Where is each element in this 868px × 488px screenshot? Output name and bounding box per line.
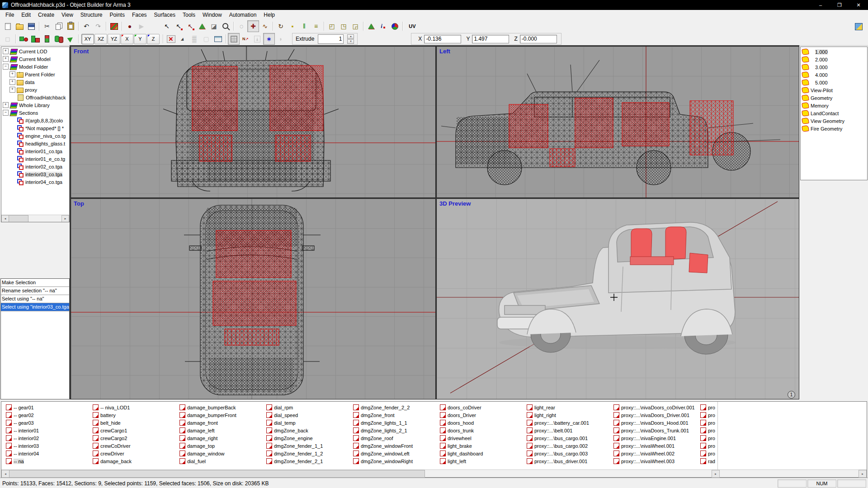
extrude-input[interactable] (318, 34, 344, 44)
tree-item[interactable]: headlights_glass.t (1, 140, 69, 147)
selection-item[interactable]: damage_left (179, 427, 266, 434)
expand-toggle[interactable]: − (3, 110, 9, 116)
maximize-button[interactable]: ❐ (830, 0, 849, 10)
selection-item[interactable]: dmgZone_front (353, 411, 440, 419)
animation-button[interactable] (251, 33, 263, 45)
select-object-button[interactable]: ↖ (161, 20, 173, 32)
selection-item[interactable]: pro (700, 419, 717, 427)
toolbar-button[interactable] (104, 20, 108, 32)
tree-item[interactable]: interior04_co.tga (1, 178, 69, 186)
uv-editor-button[interactable]: UV (405, 20, 420, 32)
redo-button[interactable]: ↷ (92, 20, 104, 32)
selection-item[interactable]: pro (700, 450, 717, 457)
selection-item[interactable]: doors_hood (440, 419, 527, 427)
selection-item[interactable]: light_right (527, 411, 613, 419)
selection-item[interactable]: pro (700, 427, 717, 434)
selection-item[interactable]: -- gear03 (6, 419, 93, 427)
selection-item[interactable]: dial_fuel (179, 457, 266, 465)
selection-item[interactable]: damage_bumperFront (179, 411, 266, 419)
move-button[interactable]: ✚ (247, 20, 259, 32)
toolbar-button[interactable] (322, 20, 326, 32)
menu-item[interactable]: File (2, 10, 18, 20)
toolbar-button[interactable] (361, 20, 365, 32)
tree-item[interactable]: +Current Model (1, 55, 69, 63)
selection-item[interactable]: rad (700, 457, 717, 465)
vertex-button[interactable]: ▪ (287, 20, 298, 32)
selection-item[interactable]: dmgZone_windowFront (353, 442, 440, 450)
selection-item[interactable]: dmgZone_back (266, 427, 353, 434)
selection-item[interactable]: pro (700, 411, 717, 419)
toolbar-button[interactable] (120, 20, 124, 32)
expand-toggle[interactable]: + (9, 71, 15, 77)
tree-item[interactable]: interior03_co.tga (1, 170, 69, 178)
selection-item[interactable]: proxy::...\nivaDoors_coDriver.001 (613, 404, 700, 411)
toolbar-button[interactable] (76, 33, 80, 45)
selection-item[interactable]: dmgZone_fender_1_2 (266, 450, 353, 457)
tree-item[interactable]: OffroadHatchback (1, 94, 69, 101)
selection-item[interactable]: battery (93, 411, 179, 419)
selection-item[interactable]: crewCargo1 (93, 427, 179, 434)
axis-x-button[interactable]: X (121, 34, 133, 44)
selection-item[interactable]: dmgZone_fender_1_1 (266, 442, 353, 450)
hide-selection-button[interactable] (165, 33, 177, 45)
tree-item[interactable]: +data (1, 78, 69, 86)
box-rotate-button[interactable]: ◳ (338, 20, 349, 32)
selection-item[interactable]: light_left (440, 457, 527, 465)
toolbar-button[interactable] (76, 20, 80, 32)
bulldozer-button[interactable] (853, 21, 864, 33)
lod-item[interactable]: 2.000 (801, 56, 867, 63)
properties-button[interactable] (212, 33, 224, 45)
menu-item[interactable]: Window (199, 10, 226, 20)
selection-item[interactable]: -- interior03 (6, 442, 93, 450)
create-bars-button[interactable] (29, 33, 41, 45)
create-point-button[interactable] (18, 33, 29, 45)
selection-item[interactable]: crewDriver (93, 450, 179, 457)
expand-toggle[interactable]: − (3, 64, 9, 70)
normals-button[interactable] (240, 33, 251, 45)
selection-item[interactable]: -- interior01 (6, 427, 93, 434)
selection-item[interactable]: proxy::...\belt.001 (527, 427, 613, 434)
open-button[interactable] (14, 20, 25, 32)
preview-badge[interactable]: 1 (788, 391, 795, 399)
play-button[interactable]: ▶ (136, 20, 147, 32)
selection-item[interactable]: light_rear (527, 404, 613, 411)
selection-item[interactable]: light_dashboard (440, 450, 527, 457)
colorize-button[interactable] (389, 20, 401, 32)
selection-item[interactable]: -- gear02 (6, 411, 93, 419)
selection-item[interactable]: proxy::...\battery_car.001 (527, 419, 613, 427)
selection-item[interactable]: dmgZone_windowLeft (353, 450, 440, 457)
menu-item[interactable]: Tools (179, 10, 199, 20)
toolbar-button[interactable] (401, 20, 405, 32)
toolbar-button[interactable] (14, 33, 18, 45)
lod-item[interactable]: 3.000 (801, 63, 867, 71)
lod-item[interactable]: Fire Geometry (801, 125, 867, 132)
tree-item[interactable]: +proxy (1, 86, 69, 94)
selection-item[interactable]: damage_top (179, 442, 266, 450)
scroll-right-button[interactable]: ▸ (712, 470, 720, 478)
soft-path-button[interactable]: ∿ (259, 20, 271, 32)
selection-action-item[interactable]: Rename selection "-- na" (1, 287, 69, 295)
selection-item[interactable]: pro (700, 404, 717, 411)
selection-item[interactable]: dmgZone_fender_2_1 (266, 457, 353, 465)
toolbar-button[interactable] (271, 20, 275, 32)
tree-item[interactable]: −Sections (1, 109, 69, 117)
selection-action-item[interactable]: Select using "-- na" (1, 295, 69, 303)
scroll-thumb[interactable] (9, 470, 425, 478)
lod-item[interactable]: 4.000 (801, 71, 867, 79)
grid-toggle-button[interactable] (228, 33, 240, 45)
selection-item[interactable]: proxy::...\bus_cargo.001 (527, 434, 613, 442)
toolbar-button[interactable] (224, 33, 228, 45)
selection-item[interactable]: proxy::...\nivaDoors_Hood.001 (613, 419, 700, 427)
tree-item[interactable]: #(argb,8,8,3)colo (1, 117, 69, 124)
cut-button[interactable]: ✂ (41, 20, 53, 32)
minimize-button[interactable]: – (811, 0, 830, 10)
selection-item[interactable]: damage_bumperBack (179, 404, 266, 411)
lod-item[interactable]: Geometry (801, 94, 867, 102)
axis-z-button[interactable]: Z (147, 34, 160, 44)
toolbar-button[interactable] (161, 33, 165, 45)
selection-item[interactable]: proxy::...\nivaDoors_Driver.001 (613, 411, 700, 419)
selection-item[interactable]: drivewheel (440, 434, 527, 442)
cap-button[interactable]: ◗ (275, 33, 287, 45)
select-texture-button[interactable] (196, 20, 208, 32)
selection-item[interactable]: dial_speed (266, 411, 353, 419)
